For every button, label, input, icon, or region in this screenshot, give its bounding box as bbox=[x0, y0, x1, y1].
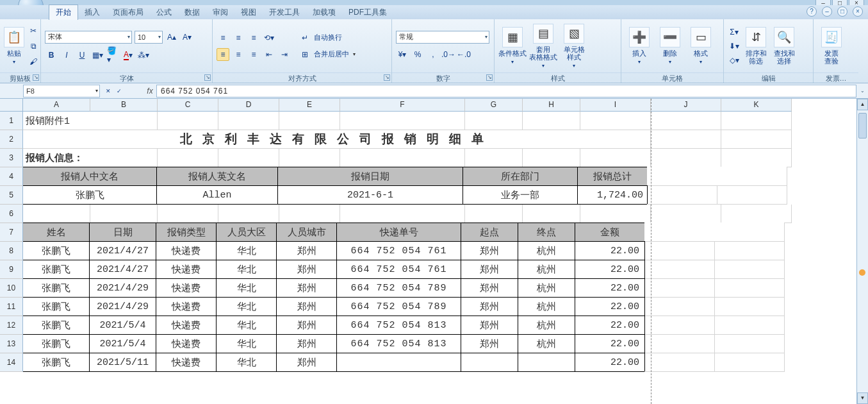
column-header[interactable]: K bbox=[721, 99, 792, 112]
indent-increase-icon[interactable]: ⇥ bbox=[278, 48, 291, 61]
table-cell[interactable] bbox=[518, 353, 575, 372]
align-left-icon[interactable]: ≡ bbox=[217, 48, 229, 61]
header-cell[interactable]: 报销日期 bbox=[277, 167, 463, 186]
cell[interactable] bbox=[651, 130, 721, 149]
table-header-cell[interactable]: 日期 bbox=[89, 223, 156, 242]
cell[interactable] bbox=[721, 205, 792, 223]
info-cell[interactable]: 2021-6-1 bbox=[277, 185, 463, 205]
scroll-thumb[interactable] bbox=[858, 113, 867, 139]
font-face-select[interactable]: 宋体▾ bbox=[45, 31, 132, 44]
table-header-cell[interactable]: 姓名 bbox=[23, 223, 90, 242]
table-cell[interactable]: 华北 bbox=[216, 334, 277, 353]
tab-插入[interactable]: 插入 bbox=[78, 5, 106, 20]
header-cell[interactable]: 报销人中文名 bbox=[23, 167, 157, 186]
confirm-edit-icon[interactable]: ✓ bbox=[115, 87, 123, 96]
format-cells-button[interactable]: ▭格式▾ bbox=[687, 24, 715, 69]
cell[interactable] bbox=[580, 112, 651, 130]
fill-icon[interactable]: ⬇▾ bbox=[728, 40, 741, 53]
table-cell[interactable]: 郑州 bbox=[461, 297, 518, 316]
orientation-icon[interactable]: ⟲▾ bbox=[263, 31, 275, 44]
table-cell[interactable]: 张鹏飞 bbox=[23, 334, 90, 353]
column-header[interactable]: F bbox=[340, 99, 465, 112]
row-header[interactable]: 5 bbox=[0, 186, 23, 205]
table-cell[interactable]: 2021/5/11 bbox=[89, 353, 156, 372]
table-cell[interactable]: 郑州 bbox=[276, 260, 337, 279]
table-cell[interactable]: 22.00 bbox=[575, 353, 645, 372]
cell[interactable] bbox=[340, 149, 465, 167]
table-cell[interactable]: 郑州 bbox=[276, 334, 337, 353]
row-header[interactable]: 12 bbox=[0, 316, 23, 335]
table-cell[interactable]: 郑州 bbox=[461, 334, 518, 353]
info-cell[interactable]: Allen bbox=[156, 185, 278, 205]
cell[interactable] bbox=[580, 205, 651, 223]
sort-filter-button[interactable]: ⇵排序和 筛选 bbox=[743, 24, 769, 69]
table-header-cell[interactable]: 报销类型 bbox=[156, 223, 217, 242]
cell[interactable] bbox=[721, 112, 792, 130]
table-cell[interactable]: 22.00 bbox=[575, 278, 645, 298]
table-cell[interactable]: 张鹏飞 bbox=[23, 316, 90, 335]
table-cell[interactable]: 郑州 bbox=[276, 353, 337, 372]
cell[interactable] bbox=[465, 149, 523, 167]
indent-decrease-icon[interactable]: ⇤ bbox=[263, 48, 275, 61]
tab-审阅[interactable]: 审阅 bbox=[206, 5, 234, 20]
row-header[interactable]: 6 bbox=[0, 205, 23, 223]
header-cell[interactable]: 所在部门 bbox=[463, 167, 578, 186]
tab-页面布局[interactable]: 页面布局 bbox=[106, 5, 150, 20]
table-cell[interactable]: 张鹏飞 bbox=[23, 297, 90, 316]
row-header[interactable]: 9 bbox=[0, 260, 23, 279]
table-cell[interactable] bbox=[336, 353, 461, 372]
cell-styles-button[interactable]: ▧单元格 样式▾ bbox=[560, 24, 588, 69]
tab-加载项[interactable]: 加载项 bbox=[306, 5, 342, 20]
table-cell[interactable]: 杭州 bbox=[518, 316, 575, 335]
invoice-verify-button[interactable]: 🧾发票 查验 bbox=[817, 24, 846, 69]
info-cell[interactable]: 1,724.00 bbox=[577, 185, 648, 205]
row-header[interactable]: 14 bbox=[0, 353, 23, 372]
table-cell[interactable]: 2021/4/29 bbox=[89, 278, 156, 298]
table-cell[interactable]: 664 752 054 789 bbox=[336, 278, 461, 298]
column-header[interactable]: D bbox=[218, 99, 279, 112]
cell[interactable] bbox=[279, 149, 340, 167]
table-cell[interactable]: 郑州 bbox=[276, 316, 337, 335]
cell[interactable] bbox=[279, 112, 340, 130]
format-painter-icon[interactable]: 🖌 bbox=[27, 55, 40, 68]
shrink-font-icon[interactable]: A▾ bbox=[181, 31, 193, 44]
table-cell[interactable]: 2021/5/4 bbox=[89, 316, 156, 335]
insert-cells-button[interactable]: ➕插入▾ bbox=[625, 24, 653, 69]
currency-icon[interactable]: ¥▾ bbox=[396, 48, 409, 61]
row-header[interactable]: 7 bbox=[0, 223, 23, 242]
cell-section-label[interactable]: 报销人信息： bbox=[23, 149, 158, 167]
row-header[interactable]: 13 bbox=[0, 335, 23, 353]
expand-formula-bar-icon[interactable]: ⌄ bbox=[856, 88, 868, 94]
table-cell[interactable]: 2021/4/27 bbox=[89, 260, 156, 279]
table-cell[interactable]: 杭州 bbox=[518, 334, 575, 353]
cell[interactable] bbox=[721, 149, 792, 167]
table-cell[interactable]: 郑州 bbox=[276, 241, 337, 260]
cell[interactable] bbox=[651, 112, 721, 130]
table-cell[interactable]: 快递费 bbox=[156, 334, 217, 353]
number-format-select[interactable]: 常规▾ bbox=[396, 31, 489, 44]
spreadsheet-area[interactable]: 1234567891011121314 ABCDEFGHIJK 报销附件1北京利… bbox=[0, 99, 868, 404]
cell[interactable] bbox=[651, 149, 721, 167]
table-cell[interactable]: 22.00 bbox=[575, 297, 645, 316]
scroll-down-icon[interactable]: ▼ bbox=[857, 392, 868, 404]
column-header[interactable]: H bbox=[523, 99, 580, 112]
table-header-cell[interactable]: 快递单号 bbox=[336, 223, 461, 242]
align-bottom-icon[interactable]: ≡ bbox=[247, 31, 260, 44]
align-right-icon[interactable]: ≡ bbox=[247, 48, 260, 61]
percent-icon[interactable]: % bbox=[411, 48, 424, 61]
row-header[interactable]: 11 bbox=[0, 298, 23, 316]
scroll-up-icon[interactable]: ▲ bbox=[857, 99, 868, 110]
conditional-format-button[interactable]: ▦条件格式▾ bbox=[498, 24, 527, 69]
delete-cells-button[interactable]: ➖删除▾ bbox=[656, 24, 684, 69]
column-header[interactable]: G bbox=[465, 99, 523, 112]
table-cell[interactable]: 22.00 bbox=[575, 260, 645, 279]
table-cell[interactable]: 郑州 bbox=[461, 316, 518, 335]
formula-bar[interactable]: 664 752 054 761 bbox=[156, 85, 856, 97]
increase-decimal-icon[interactable]: .0→ bbox=[442, 48, 455, 61]
cell[interactable] bbox=[523, 149, 580, 167]
format-as-table-button[interactable]: ▤套用 表格格式▾ bbox=[529, 24, 557, 69]
column-header[interactable]: C bbox=[158, 99, 218, 112]
align-top-icon[interactable]: ≡ bbox=[217, 31, 229, 44]
select-all-corner[interactable] bbox=[0, 99, 23, 112]
cell[interactable] bbox=[218, 149, 279, 167]
